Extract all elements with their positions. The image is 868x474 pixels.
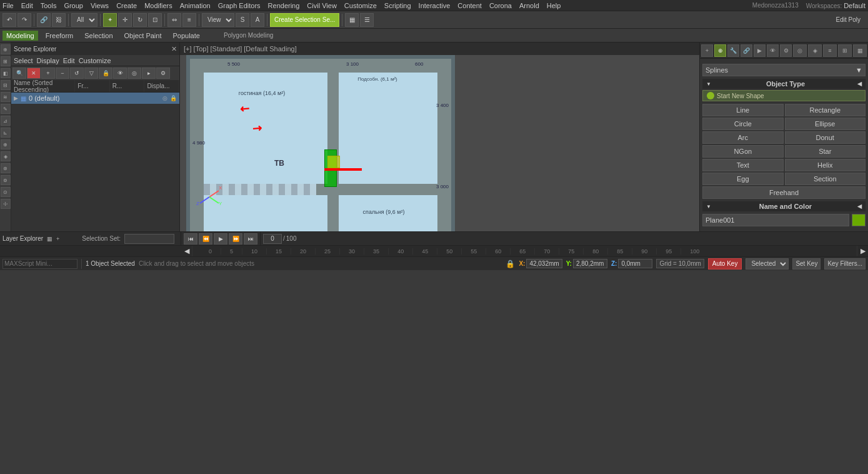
obj-freehand-btn[interactable]: Freehand	[702, 186, 866, 199]
vt-btn-1[interactable]: ⊕	[1, 44, 11, 54]
lock-icon[interactable]: 🔒	[506, 260, 515, 268]
rp-tab-motion[interactable]: ▶	[754, 44, 766, 57]
obj-ellipse-btn[interactable]: Ellipse	[785, 118, 866, 130]
scene-render-btn[interactable]: ◎	[127, 68, 141, 79]
obj-props-btn[interactable]: ☰	[360, 13, 374, 27]
menu-create[interactable]: Create	[116, 2, 137, 9]
menu-corona[interactable]: Corona	[489, 2, 512, 9]
menu-edit[interactable]: Edit	[21, 2, 33, 9]
move-btn[interactable]: ✛	[118, 13, 132, 27]
menu-interactive[interactable]: Interactive	[419, 2, 451, 9]
rp-tab-extra2[interactable]: ◈	[808, 44, 822, 57]
menu-arnold[interactable]: Arnold	[519, 2, 539, 9]
create-selection-btn[interactable]: Create Selection Se...	[270, 13, 339, 27]
vt-btn-12[interactable]: ⊚	[1, 175, 11, 185]
scale-btn[interactable]: ⊡	[148, 13, 162, 27]
menu-tools[interactable]: Tools	[41, 2, 57, 9]
rp-tab-utilities[interactable]: ⚙	[780, 44, 792, 57]
object-type-header[interactable]: Object Type ◀	[702, 79, 866, 89]
menu-views[interactable]: Views	[91, 2, 109, 9]
play-end-btn[interactable]: ⏭	[244, 233, 257, 245]
obj-ngon-btn[interactable]: NGon	[702, 145, 784, 158]
scene-select-label[interactable]: Select	[14, 57, 33, 64]
rp-tab-extra1[interactable]: ◎	[793, 44, 807, 57]
undo-btn[interactable]: ↶	[2, 13, 16, 27]
mode-object-paint[interactable]: Object Paint	[121, 31, 166, 41]
play-start-btn[interactable]: ⏮	[184, 233, 197, 245]
color-swatch[interactable]	[852, 214, 866, 226]
obj-donut-btn[interactable]: Donut	[785, 131, 866, 144]
scene-item-expand[interactable]: ▶	[14, 95, 18, 101]
mode-populate[interactable]: Populate	[169, 31, 203, 41]
layer-explorer-label[interactable]: Layer Explorer	[2, 235, 43, 242]
vt-btn-5[interactable]: ≋	[1, 92, 11, 102]
vt-btn-4[interactable]: ⊟	[1, 80, 11, 90]
rp-tab-extra5[interactable]: ▦	[853, 44, 867, 57]
vt-btn-3[interactable]: ◧	[1, 68, 11, 78]
rp-tab-display[interactable]: 👁	[767, 44, 779, 57]
menu-rendering[interactable]: Rendering	[268, 2, 300, 9]
scene-refresh-btn[interactable]: ↺	[70, 68, 84, 79]
rp-tab-create[interactable]: ⊕	[714, 44, 726, 57]
rp-tab-hierarchy[interactable]: 🔗	[741, 44, 752, 57]
scene-lock-btn[interactable]: 🔒	[99, 68, 112, 79]
layer-btn[interactable]: ▦	[345, 13, 359, 27]
redo-btn[interactable]: ↷	[17, 13, 31, 27]
menu-help[interactable]: Help	[547, 2, 561, 9]
current-frame-input[interactable]	[263, 234, 282, 244]
key-filters-btn[interactable]: Key Filters...	[824, 258, 866, 270]
selected-dropdown[interactable]: Selected	[746, 258, 789, 270]
vt-btn-11[interactable]: ⊛	[1, 163, 11, 173]
scene-edit-label[interactable]: Edit	[63, 57, 75, 64]
play-btn[interactable]: ▶	[214, 233, 227, 245]
tick-area[interactable]: 0 5 10 15 20 25 30 35 40 45 50 55 60 65 …	[192, 248, 857, 255]
vt-btn-7[interactable]: ⊿	[1, 116, 11, 126]
rp-tab-extra3[interactable]: ≡	[823, 44, 837, 57]
selection-set-input[interactable]	[124, 234, 174, 244]
obj-helix-btn[interactable]: Helix	[785, 159, 866, 171]
vt-btn-9[interactable]: ⊕	[1, 139, 11, 149]
menu-civil-view[interactable]: Civil View	[307, 2, 336, 9]
splines-dropdown[interactable]: Splines ▼	[702, 64, 866, 76]
layer-icon-2[interactable]: +	[56, 236, 59, 242]
scene-delete-btn[interactable]: −	[56, 68, 69, 79]
filter-dropdown[interactable]: All	[71, 13, 97, 27]
scene-customize-label[interactable]: Customize	[79, 57, 111, 64]
menu-file[interactable]: File	[2, 2, 14, 9]
menu-content[interactable]: Content	[457, 2, 482, 9]
vt-btn-14[interactable]: ☩	[1, 199, 11, 209]
scene-search-btn[interactable]: 🔍	[12, 68, 26, 79]
auto-key-btn[interactable]: Auto Key	[708, 258, 742, 270]
menu-graph-editors[interactable]: Graph Editors	[218, 2, 261, 9]
unlink-btn[interactable]: ⛓	[52, 13, 66, 27]
obj-line-btn[interactable]: Line	[702, 104, 784, 116]
obj-arc-btn[interactable]: Arc	[702, 131, 784, 144]
vt-btn-6[interactable]: ✎	[1, 104, 11, 114]
obj-egg-btn[interactable]: Egg	[702, 173, 784, 185]
obj-text-btn[interactable]: Text	[702, 159, 784, 171]
angle-snap-btn[interactable]: A	[251, 13, 264, 27]
obj-star-btn[interactable]: Star	[785, 145, 866, 158]
obj-circle-btn[interactable]: Circle	[702, 118, 784, 130]
rotate-btn[interactable]: ↻	[133, 13, 147, 27]
scene-more-btn[interactable]: ▸	[142, 68, 156, 79]
maxscript-input[interactable]	[2, 259, 77, 269]
mode-selection[interactable]: Selection	[81, 31, 116, 41]
select-link-btn[interactable]: 🔗	[37, 13, 51, 27]
scene-display-label[interactable]: Display	[37, 57, 59, 64]
select-btn[interactable]: ✦	[103, 13, 117, 27]
set-key-btn[interactable]: Set Key	[792, 258, 821, 270]
layer-icon-1[interactable]: ▦	[47, 236, 52, 242]
scene-item-default[interactable]: ▶ ▦ 0 (default) ◎ 🔒	[11, 93, 179, 104]
name-field[interactable]	[702, 214, 849, 226]
prev-frame-btn[interactable]: ⏪	[199, 233, 212, 245]
name-color-header[interactable]: Name and Color ◀	[702, 201, 866, 211]
mode-modeling[interactable]: Modeling	[2, 31, 38, 41]
vt-btn-10[interactable]: ◈	[1, 151, 11, 161]
scene-close-btn[interactable]: ✕	[171, 45, 177, 53]
vt-btn-13[interactable]: ⊙	[1, 187, 11, 197]
rp-tab-extra4[interactable]: ⊞	[838, 44, 852, 57]
scene-filter-btn[interactable]: ▽	[84, 68, 98, 79]
next-frame-btn[interactable]: ⏩	[229, 233, 242, 245]
scene-visibility-btn[interactable]: 👁	[113, 68, 127, 79]
